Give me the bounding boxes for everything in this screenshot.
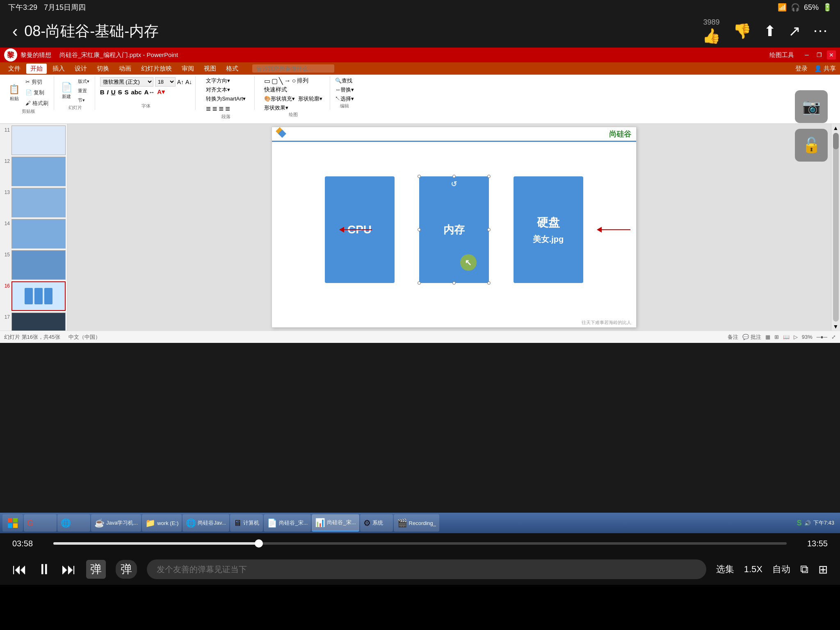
minimize-button[interactable]: ─ — [802, 50, 811, 59]
taskbar-google-button[interactable]: G — [24, 514, 57, 532]
taskbar-ppt2-button[interactable]: 📊 尚硅谷_宋... — [312, 514, 359, 532]
slideshow-button[interactable]: ▷ — [794, 334, 798, 340]
taskbar-system-button[interactable]: ⚙ 系统 — [360, 514, 393, 532]
taskbar-java2-button[interactable]: 🌐 尚硅谷Jav... — [183, 514, 229, 532]
char-spacing-button[interactable]: A↔ — [144, 89, 155, 96]
menu-format[interactable]: 格式 — [222, 64, 242, 74]
italic-button[interactable]: I — [107, 89, 108, 96]
view-reading-button[interactable]: 📖 — [783, 334, 790, 340]
slide-thumb-13[interactable]: 13 — [2, 188, 66, 217]
align-center-button[interactable]: ≡ — [212, 104, 217, 114]
start-button[interactable] — [2, 514, 23, 532]
dislike-button[interactable]: 👎 — [733, 23, 751, 40]
align-left-button[interactable]: ≡ — [206, 104, 211, 114]
font-color-button[interactable]: A▾ — [157, 88, 165, 96]
notes-button[interactable]: 备注 — [728, 333, 738, 341]
align-right-button[interactable]: ≡ — [219, 104, 224, 114]
cut-button[interactable]: ✂ 剪切 — [23, 77, 50, 87]
reset-button[interactable]: 重置 — [76, 87, 91, 95]
decrease-font-button[interactable]: A↓ — [185, 79, 192, 85]
menu-design[interactable]: 设计 — [71, 64, 91, 74]
slide-thumb-17[interactable]: 17 — [2, 313, 66, 331]
pause-button[interactable]: ⏸ — [37, 561, 52, 578]
restore-button[interactable]: ❐ — [815, 50, 824, 59]
view-normal-button[interactable]: ▦ — [765, 334, 770, 340]
skip-forward-button[interactable]: ⏭ — [62, 561, 76, 578]
shape-rect[interactable]: ▭ — [264, 77, 270, 85]
format-painter-button[interactable]: 🖌 格式刷 — [23, 98, 50, 108]
menu-login[interactable]: 登录 — [795, 65, 808, 73]
share-button[interactable]: ↗ — [788, 23, 801, 40]
memory-box[interactable]: ↺ 内存 ↖ — [419, 176, 489, 283]
taskbar-ppt1-button[interactable]: 📄 尚硅谷_宋... — [264, 514, 311, 532]
scroll-down-button[interactable]: ▼ — [833, 323, 839, 330]
menu-slideshow[interactable]: 幻灯片放映 — [137, 64, 176, 74]
share-up-button[interactable]: ⬆ — [764, 23, 776, 40]
lock-button[interactable]: 🔓 — [795, 129, 828, 162]
skip-back-button[interactable]: ⏮ — [12, 561, 27, 578]
menu-transition[interactable]: 切换 — [93, 64, 113, 74]
comments-button[interactable]: 💬 批注 — [742, 333, 761, 341]
taskbar-java-button[interactable]: ☕ Java学习机... — [91, 514, 141, 532]
taskbar-work-button[interactable]: 📁 work (E:) — [142, 514, 182, 532]
text-dir-button[interactable]: 文字方向▾ — [206, 77, 230, 84]
speed-button[interactable]: 1.5X — [744, 564, 762, 575]
menu-view[interactable]: 视图 — [200, 64, 220, 74]
menu-animation[interactable]: 动画 — [115, 64, 135, 74]
pip-button[interactable]: ⧉ — [800, 563, 808, 576]
shape-outline-button[interactable]: 形状轮廓▾ — [298, 95, 322, 103]
shape-line[interactable]: ╲ — [279, 77, 283, 85]
search-input[interactable] — [252, 64, 334, 73]
slide-thumb-15[interactable]: 15 — [2, 250, 66, 280]
danmu-button[interactable]: 弹 — [86, 560, 106, 579]
replace-button[interactable]: ↔替换▾ — [335, 86, 354, 94]
more-button[interactable]: ⋯ — [813, 23, 828, 40]
slide-thumb-12[interactable]: 12 — [2, 157, 66, 186]
quick-styles-button[interactable]: 快速样式 — [264, 86, 287, 94]
progress-track[interactable] — [53, 542, 787, 545]
like-button-group[interactable]: 3989 👍 — [702, 18, 721, 45]
select-button[interactable]: ↖选择▾ — [335, 95, 354, 103]
taskbar-computer-button[interactable]: 🖥 计算机 — [230, 514, 263, 532]
new-slide-button[interactable]: 📄 新建 — [59, 81, 74, 101]
menu-share[interactable]: 👤 共享 — [814, 65, 836, 73]
shadow-button[interactable]: S — [125, 89, 129, 96]
justify-button[interactable]: ≡ — [225, 104, 230, 114]
comment-input[interactable] — [147, 559, 706, 579]
slide-thumb-16[interactable]: 16 — [2, 281, 66, 311]
shape-circle[interactable]: ○ — [292, 77, 296, 85]
font-select[interactable]: 微软雅黑 (正文) — [100, 77, 153, 87]
shape-arrow[interactable]: → — [284, 77, 291, 85]
paste-button[interactable]: 📋 粘贴 — [7, 83, 22, 103]
shape-fill-button[interactable]: 🎨形状填充▾ — [264, 95, 295, 103]
subscript-button[interactable]: abc — [131, 89, 142, 96]
fullscreen-button[interactable]: ⊞ — [818, 563, 828, 576]
increase-font-button[interactable]: A↑ — [177, 79, 184, 85]
strikethrough-button[interactable]: S — [118, 89, 122, 96]
camera-button[interactable]: 📷 — [795, 90, 828, 123]
section-button[interactable]: 节▾ — [76, 96, 91, 105]
taskbar-recording-button[interactable]: 🎬 Recording_ — [394, 514, 440, 532]
layout-button[interactable]: 版式▾ — [76, 77, 91, 86]
fit-button[interactable]: ⤢ — [831, 334, 836, 340]
scroll-up-button[interactable]: ▲ — [833, 125, 839, 131]
menu-home[interactable]: 开始 — [26, 64, 47, 74]
shape-rounded-rect[interactable]: ▢ — [272, 77, 278, 85]
underline-button[interactable]: U — [111, 89, 116, 96]
menu-insert[interactable]: 插入 — [48, 64, 69, 74]
menu-file[interactable]: 文件 — [4, 64, 25, 74]
align-text-button[interactable]: 对齐文本▾ — [206, 86, 230, 94]
zoom-slider[interactable]: ─●─ — [817, 334, 827, 340]
back-button[interactable]: ‹ — [12, 22, 18, 41]
copy-button[interactable]: 📄 复制 — [23, 88, 50, 98]
arrange-button[interactable]: 排列 — [297, 77, 308, 85]
view-slide-sorter-button[interactable]: ⊞ — [774, 334, 779, 340]
convert-smartart-button[interactable]: 转换为SmartArt▾ — [206, 95, 246, 103]
taskbar-chrome-button[interactable]: 🌐 — [57, 514, 90, 532]
slide-thumb-11[interactable]: 11 — [2, 126, 66, 155]
bold-button[interactable]: B — [100, 89, 105, 96]
find-button[interactable]: 🔍查找 — [335, 77, 352, 84]
shape-effects-button[interactable]: 形状效果▾ — [264, 104, 288, 112]
menu-review[interactable]: 审阅 — [178, 64, 198, 74]
close-button[interactable]: ✕ — [827, 50, 836, 59]
